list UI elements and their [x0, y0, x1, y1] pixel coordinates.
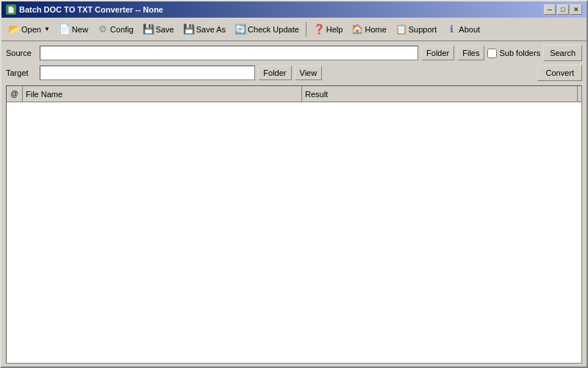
new-icon: 📄: [59, 24, 71, 35]
about-icon: ℹ: [445, 24, 457, 35]
open-icon: 📂: [8, 24, 20, 35]
save-label: Save: [156, 25, 174, 34]
open-label: Open: [21, 25, 41, 34]
help-button[interactable]: ❓ Help: [309, 21, 347, 38]
config-button[interactable]: ⚙ Config: [93, 21, 137, 38]
new-label: New: [72, 25, 88, 34]
window-title: Batch DOC TO TXT Converter -- None: [19, 5, 163, 14]
search-button[interactable]: Search: [543, 45, 582, 61]
checkupdate-icon: 🔄: [234, 24, 246, 35]
col-result-header: Result: [302, 86, 577, 102]
toolbar: 📂 Open ▼ 📄 New ⚙ Config 💾 Save 💾 Save As…: [1, 18, 587, 41]
main-window: 📄 Batch DOC TO TXT Converter -- None ─ □…: [0, 0, 588, 368]
home-icon: 🏠: [351, 24, 363, 35]
saveas-label: Save As: [196, 25, 226, 34]
save-button[interactable]: 💾 Save: [139, 21, 178, 38]
open-dropdown-icon: ▼: [44, 26, 50, 32]
saveas-button[interactable]: 💾 Save As: [179, 21, 229, 38]
source-label: Source: [6, 49, 37, 57]
support-icon: 📋: [395, 24, 407, 35]
col-extra-header: [577, 86, 581, 102]
source-input[interactable]: [40, 46, 418, 60]
source-files-button[interactable]: Files: [457, 46, 484, 60]
target-input[interactable]: [40, 66, 255, 80]
col-icon-header: @: [7, 86, 23, 102]
subfolders-label: Sub folders: [487, 49, 540, 58]
app-icon: 📄: [6, 4, 16, 15]
home-label: Home: [365, 25, 386, 34]
help-icon: ❓: [313, 24, 325, 35]
support-button[interactable]: 📋 Support: [392, 21, 441, 38]
checkupdate-button[interactable]: 🔄 Check Update: [231, 21, 303, 38]
convert-button[interactable]: Convert: [537, 65, 582, 81]
subfolders-checkbox[interactable]: [487, 49, 497, 58]
title-bar: 📄 Batch DOC TO TXT Converter -- None ─ □…: [1, 1, 587, 18]
table-body: [7, 102, 581, 362]
home-button[interactable]: 🏠 Home: [348, 21, 390, 38]
file-table: @ File Name Result: [6, 85, 582, 364]
source-folder-button[interactable]: Folder: [421, 46, 454, 60]
support-label: Support: [409, 25, 437, 34]
subfolders-text: Sub folders: [499, 49, 540, 57]
new-button[interactable]: 📄 New: [55, 21, 92, 38]
config-label: Config: [110, 25, 134, 34]
target-row: Target Folder View Convert: [6, 64, 582, 82]
minimize-button[interactable]: ─: [544, 4, 556, 15]
about-label: About: [459, 25, 480, 34]
target-label: Target: [6, 68, 37, 77]
title-bar-left: 📄 Batch DOC TO TXT Converter -- None: [6, 4, 163, 15]
about-button[interactable]: ℹ About: [442, 21, 484, 38]
content-area: Source Folder Files Sub folders Search T…: [1, 41, 587, 367]
save-icon: 💾: [143, 24, 154, 35]
restore-button[interactable]: □: [557, 4, 569, 15]
close-button[interactable]: ✕: [570, 4, 582, 15]
target-folder-button[interactable]: Folder: [258, 66, 291, 80]
config-icon: ⚙: [97, 24, 109, 35]
table-header: @ File Name Result: [7, 86, 581, 102]
col-filename-header: File Name: [23, 86, 302, 102]
title-buttons: ─ □ ✕: [544, 4, 582, 15]
open-button[interactable]: 📂 Open ▼: [4, 21, 54, 38]
source-row: Source Folder Files Sub folders Search: [6, 44, 582, 62]
saveas-icon: 💾: [183, 24, 195, 35]
help-label: Help: [326, 25, 343, 34]
checkupdate-label: Check Update: [248, 25, 299, 34]
toolbar-separator: [306, 22, 306, 37]
target-view-button[interactable]: View: [295, 66, 323, 80]
